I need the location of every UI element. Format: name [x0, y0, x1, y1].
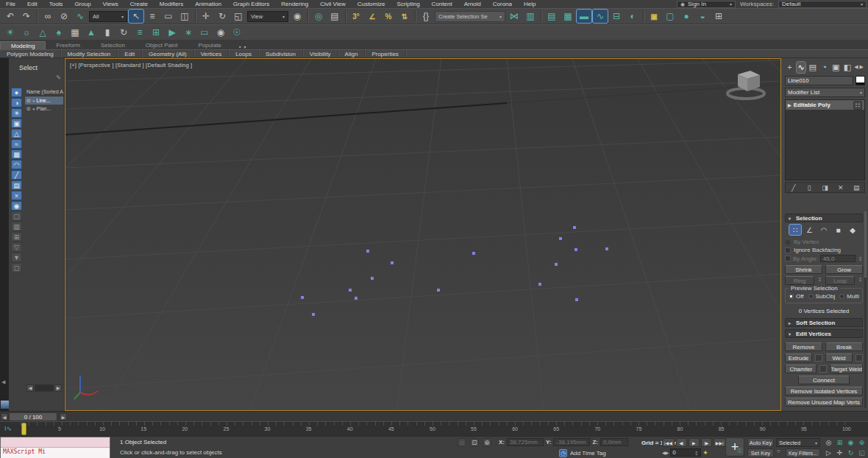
- menu-item-modifiers[interactable]: Modifiers: [154, 1, 189, 7]
- sync-selection-icon[interactable]: ▥: [11, 222, 22, 231]
- select-and-move-icon[interactable]: ✛: [199, 10, 213, 23]
- selection-set-filter-dropdown[interactable]: Selected ▾: [776, 438, 820, 447]
- vertex-point[interactable]: [472, 252, 475, 255]
- scroll-left-icon[interactable]: ◀: [26, 384, 34, 392]
- ribbon-tab-populate[interactable]: Populate: [188, 41, 232, 49]
- sign-in-dropdown[interactable]: ◉ Sign In ▾: [677, 1, 736, 8]
- visibility-eye-icon[interactable]: ⊙: [26, 98, 31, 104]
- display-groups-icon[interactable]: ▩: [11, 149, 22, 159]
- select-and-manipulate-icon[interactable]: ◎: [311, 10, 326, 23]
- sun-positioner-icon[interactable]: ☼: [19, 26, 34, 39]
- menu-item-graph-editors[interactable]: Graph Editors: [227, 1, 275, 7]
- visibility-eye-icon[interactable]: ⊙: [26, 106, 31, 112]
- zoom-extents-icon[interactable]: ◉: [846, 438, 855, 447]
- vertex-point[interactable]: [437, 289, 440, 292]
- edit-named-selection-sets-icon[interactable]: {}: [419, 10, 433, 23]
- selection-rollout-header[interactable]: ▾ Selection: [785, 214, 863, 222]
- spinner-icon[interactable]: ▴▾: [694, 450, 699, 456]
- menu-item-content[interactable]: Content: [426, 1, 458, 7]
- align-icon[interactable]: ▥: [523, 10, 538, 23]
- display-space-warps-icon[interactable]: ≈: [11, 139, 22, 149]
- viewport-label[interactable]: [+] [Perspective ] [Standard ] [Default …: [70, 62, 192, 68]
- key-filters-button[interactable]: Key Filters...: [786, 448, 820, 457]
- ribbon-panel-loops[interactable]: Loops: [229, 50, 259, 57]
- z-coordinate-field[interactable]: 0,0mm: [600, 438, 628, 446]
- panel-collapse-icon[interactable]: ◀: [1, 379, 5, 385]
- remove-unused-map-verts-button[interactable]: Remove Unused Map Verts: [785, 398, 863, 406]
- mini-curve-editor-icon[interactable]: I∿: [4, 425, 12, 432]
- menu-item-corona[interactable]: Corona: [487, 1, 518, 7]
- preview-radio-multi[interactable]: Multi: [839, 293, 859, 300]
- loop-button[interactable]: Loop: [825, 276, 855, 285]
- vertex-point[interactable]: [573, 226, 576, 229]
- absolute-mode-icon[interactable]: ⊕: [483, 438, 491, 447]
- edit-query-icon[interactable]: ✎: [56, 74, 61, 81]
- ribbon-panel-visibility[interactable]: Visibility: [303, 50, 338, 57]
- next-frame-arrow[interactable]: ▶: [60, 413, 67, 420]
- reference-coordinate-dropdown[interactable]: View▾: [247, 11, 288, 22]
- extrude-settings-button[interactable]: [815, 354, 822, 362]
- modifier-stack[interactable]: ▶ Editable Poly ∷: [785, 99, 865, 180]
- ring-button[interactable]: Ring: [785, 276, 814, 285]
- by-angle-field[interactable]: 45,0: [820, 255, 855, 262]
- bind-to-space-warp-icon[interactable]: ∿: [73, 10, 88, 23]
- pin-stack-icon[interactable]: ╱: [789, 184, 799, 191]
- scene-explorer-toggle-icon[interactable]: ▤: [544, 10, 559, 23]
- vertex-point[interactable]: [355, 297, 357, 300]
- window-light-icon[interactable]: ▦: [68, 26, 82, 39]
- stack-item-editable-poly[interactable]: ▶ Editable Poly ∷: [786, 100, 864, 110]
- modifier-list-dropdown[interactable]: Modifier List ▾: [785, 88, 865, 97]
- display-helpers-icon[interactable]: △: [11, 129, 22, 138]
- time-slider-handle[interactable]: [21, 423, 26, 435]
- target-weld-button[interactable]: Target Weld: [830, 364, 863, 373]
- name-column-header[interactable]: Name (Sorted A: [25, 88, 63, 96]
- rendered-frame-window-icon[interactable]: ▢: [663, 10, 677, 23]
- render-production-icon[interactable]: ●: [679, 10, 694, 23]
- filter-icon[interactable]: ▼: [11, 253, 22, 262]
- edit-vertices-rollout-header[interactable]: ▾ Edit Vertices: [785, 329, 863, 338]
- material-editor-icon[interactable]: ◐: [625, 10, 640, 23]
- spinner-snap-icon[interactable]: ⇅: [397, 10, 412, 23]
- chevron-down-icon[interactable]: ▾: [244, 44, 246, 49]
- ribbon-tab-selection[interactable]: Selection: [90, 41, 135, 49]
- vertex-point[interactable]: [391, 261, 394, 264]
- tab-create[interactable]: +: [785, 62, 794, 73]
- snaps-toggle-icon[interactable]: 3°: [349, 10, 363, 23]
- tab-utilities[interactable]: ◧: [843, 62, 853, 73]
- ribbon-panel-properties[interactable]: Properties: [365, 50, 405, 57]
- polygon-subobject-icon[interactable]: ■: [833, 225, 844, 235]
- ribbon-panel-polygon-modeling[interactable]: Polygon Modeling: [0, 50, 61, 57]
- previous-frame-button[interactable]: ◀|: [676, 438, 687, 447]
- panel-scrollbar[interactable]: [864, 211, 867, 408]
- vertex-point[interactable]: [538, 283, 541, 286]
- tab-modify[interactable]: ∿: [797, 62, 806, 73]
- track-bar[interactable]: I∿ 5101520253035404550556065707580859095…: [0, 421, 868, 436]
- by-vertex-checkbox[interactable]: By Vertex: [785, 238, 863, 246]
- vertex-point[interactable]: [555, 263, 558, 266]
- panel-scroll-arrows[interactable]: ◀▶: [854, 64, 865, 70]
- menu-item-file[interactable]: File: [0, 1, 21, 7]
- mirror-icon[interactable]: ⋈: [507, 10, 522, 23]
- selection-lock-icon[interactable]: ⊡: [470, 438, 479, 447]
- checkbox[interactable]: [785, 239, 791, 245]
- list-item-plan[interactable]: ⊙●Plan...: [25, 105, 63, 113]
- menu-item-views[interactable]: Views: [97, 1, 124, 7]
- menu-item-tools[interactable]: Tools: [43, 1, 69, 7]
- unlink-selection-icon[interactable]: ⊘: [57, 10, 71, 23]
- edge-subobject-icon[interactable]: ∠: [804, 225, 816, 235]
- maximize-viewport-icon[interactable]: ◱: [857, 448, 867, 457]
- object-color-swatch[interactable]: [855, 76, 865, 85]
- field-of-view-icon[interactable]: ▷: [824, 448, 833, 457]
- weld-button[interactable]: Weld: [825, 353, 853, 362]
- undo-icon[interactable]: ↶: [3, 10, 18, 23]
- display-cameras-icon[interactable]: ▣: [11, 119, 22, 128]
- folder-icon[interactable]: ◻: [11, 263, 22, 272]
- ribbon-tab-freeform[interactable]: Freeform: [46, 41, 90, 49]
- zoom-icon[interactable]: ◎: [824, 438, 833, 447]
- isolate-selection-icon[interactable]: ◌: [458, 438, 466, 447]
- layer-explorer-toggle-icon[interactable]: ▦: [561, 10, 575, 23]
- vertex-point[interactable]: [349, 289, 352, 292]
- silhouette-icon[interactable]: ▮: [100, 26, 115, 39]
- shrink-button[interactable]: Shrink: [785, 265, 822, 274]
- vertex-subobject-icon[interactable]: ∷: [789, 225, 801, 235]
